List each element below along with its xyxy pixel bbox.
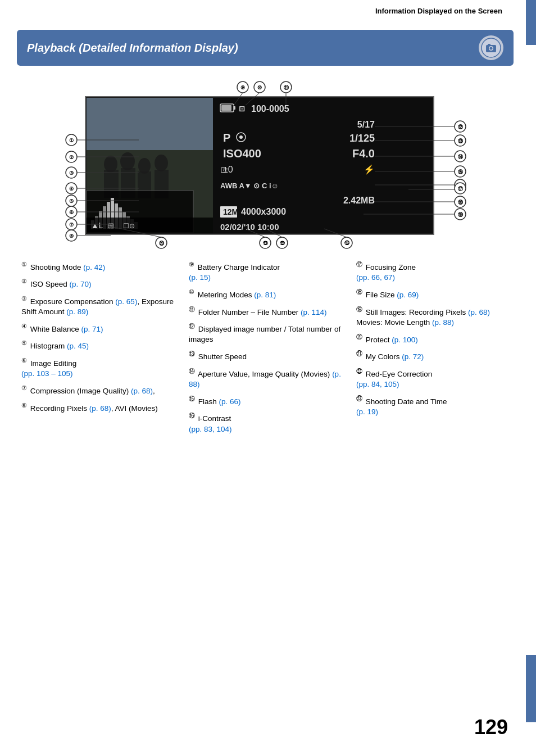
- svg-text:⑪: ⑪: [284, 85, 289, 90]
- svg-text:⑰: ⑰: [458, 186, 464, 192]
- list-item: ⑬ Shutter Speed: [189, 350, 347, 362]
- svg-point-44: [239, 135, 243, 139]
- svg-point-11: [138, 158, 151, 174]
- svg-text:5/17: 5/17: [357, 120, 375, 129]
- svg-text:②: ②: [69, 155, 74, 160]
- section-title-box: Playback (Detailed Information Display): [17, 30, 514, 66]
- list-item: ⑥ Image Editing(pp. 103 – 105): [21, 356, 180, 379]
- header-title: Information Displayed on the Screen: [375, 7, 502, 15]
- svg-text:12M: 12M: [223, 207, 238, 216]
- svg-text:⑩: ⑩: [257, 85, 262, 90]
- list-item: ③ Exposure Compensation (p. 65), Exposur…: [21, 295, 180, 318]
- camera-icon: [479, 35, 503, 60]
- svg-text:⊡: ⊡: [239, 105, 245, 113]
- section-title: Playback (Detailed Information Display): [27, 42, 238, 55]
- svg-text:㉓: ㉓: [344, 240, 350, 246]
- page-number: 129: [474, 716, 508, 739]
- svg-text:▲L: ▲L: [91, 221, 103, 230]
- list-item: ⑭ Aperture Value, Image Quality (Movies)…: [189, 367, 347, 390]
- svg-text:4000x3000: 4000x3000: [241, 207, 286, 216]
- svg-rect-38: [221, 105, 231, 111]
- svg-text:02/02/'10   10:00: 02/02/'10 10:00: [220, 222, 279, 232]
- list-item: ㉓ Shooting Date and Time(p. 19): [356, 395, 515, 418]
- list-item: ⑯ i-Contrast(pp. 83, 104): [189, 411, 347, 434]
- list-item: ⑳ Protect (p. 100): [356, 333, 515, 345]
- info-lists: ① Shooting Mode (p. 42) ② ISO Speed (p. …: [17, 260, 519, 440]
- svg-text:1/125: 1/125: [349, 133, 375, 144]
- list-item: ⑩ Metering Modes (p. 81): [189, 288, 347, 300]
- svg-text:⑭: ⑭: [458, 154, 464, 160]
- camera-diagram: ▲L ⊞ ☐⊙ ⊡ 100-0005 5/17 P 1/125 ISO400 F…: [26, 77, 510, 251]
- page-header: Information Displayed on the Screen: [0, 0, 536, 20]
- list-item: ⑧ Recording Pixels (p. 68), AVI (Movies): [21, 401, 180, 414]
- svg-text:F4.0: F4.0: [352, 147, 375, 160]
- svg-text:①: ①: [69, 138, 74, 143]
- list-item: ⑨ Battery Charge Indicator(p. 15): [189, 260, 347, 283]
- right-tab-top: [526, 0, 536, 45]
- list-item: ⑤ Histogram (p. 45): [21, 339, 180, 351]
- list-item: ⑰ Focusing Zone(pp. 66, 67): [356, 260, 515, 283]
- list-item: ① Shooting Mode (p. 42): [21, 260, 180, 273]
- svg-text:⊞: ⊞: [108, 221, 114, 230]
- svg-text:P: P: [223, 132, 230, 144]
- svg-text:⑫: ⑫: [458, 124, 464, 130]
- svg-text:⑮: ⑮: [458, 169, 464, 175]
- svg-text:④: ④: [69, 186, 74, 192]
- svg-text:⑥: ⑥: [69, 210, 74, 215]
- info-col-2: ⑨ Battery Charge Indicator(p. 15) ⑩ Mete…: [184, 260, 352, 440]
- svg-text:㉒: ㉒: [280, 241, 285, 246]
- svg-text:ISO400: ISO400: [223, 147, 261, 160]
- svg-rect-7: [87, 98, 213, 154]
- svg-point-12: [155, 155, 168, 171]
- diagram-area: ▲L ⊞ ☐⊙ ⊡ 100-0005 5/17 P 1/125 ISO400 F…: [17, 77, 519, 251]
- svg-text:⊡: ⊡: [220, 165, 227, 174]
- svg-text:⑱: ⑱: [458, 200, 464, 205]
- list-item: ⑱ File Size (p. 69): [356, 288, 515, 300]
- svg-text:⑤: ⑤: [69, 198, 74, 204]
- svg-text:㉑: ㉑: [263, 241, 269, 246]
- svg-text:⑬: ⑬: [458, 138, 464, 144]
- list-item: ㉑ My Colors (p. 72): [356, 350, 515, 362]
- svg-text:⑧: ⑧: [69, 233, 74, 239]
- info-col-1: ① Shooting Mode (p. 42) ② ISO Speed (p. …: [17, 260, 184, 440]
- list-item: ㉒ Red-Eye Correction(pp. 84, 105): [356, 367, 515, 390]
- list-item: ⑲ Still Images: Recording Pixels (p. 68)…: [356, 305, 515, 328]
- svg-rect-4: [488, 44, 490, 46]
- list-item: ⑮ Flash (p. 66): [189, 395, 347, 407]
- right-tab-bottom: [526, 655, 536, 722]
- svg-rect-31: [87, 218, 213, 233]
- svg-text:⑳: ⑳: [159, 241, 165, 246]
- svg-rect-37: [234, 106, 235, 110]
- svg-point-10: [120, 152, 135, 170]
- info-col-3: ⑰ Focusing Zone(pp. 66, 67) ⑱ File Size …: [352, 260, 519, 440]
- list-item: ⑪ Folder Number – File Number (p. 114): [189, 305, 347, 318]
- svg-text:☐⊙: ☐⊙: [123, 222, 135, 230]
- svg-text:⑦: ⑦: [69, 222, 74, 228]
- svg-text:2.42MB: 2.42MB: [343, 196, 375, 205]
- list-item: ⑫ Displayed image number / Total number …: [189, 322, 347, 345]
- list-item: ④ White Balance (p. 71): [21, 322, 180, 334]
- list-item: ⑦ Compression (Image Quality) (p. 68),: [21, 384, 180, 396]
- list-item: ② ISO Speed (p. 70): [21, 277, 180, 289]
- svg-text:⑲: ⑲: [458, 212, 464, 218]
- svg-text:AWB A▼ ⊙ C i☺: AWB A▼ ⊙ C i☺: [220, 182, 279, 190]
- svg-text:⚡: ⚡: [364, 164, 375, 175]
- svg-text:100-0005: 100-0005: [251, 104, 289, 114]
- svg-text:③: ③: [69, 170, 74, 176]
- svg-text:⑨: ⑨: [240, 85, 245, 90]
- svg-point-3: [490, 47, 493, 50]
